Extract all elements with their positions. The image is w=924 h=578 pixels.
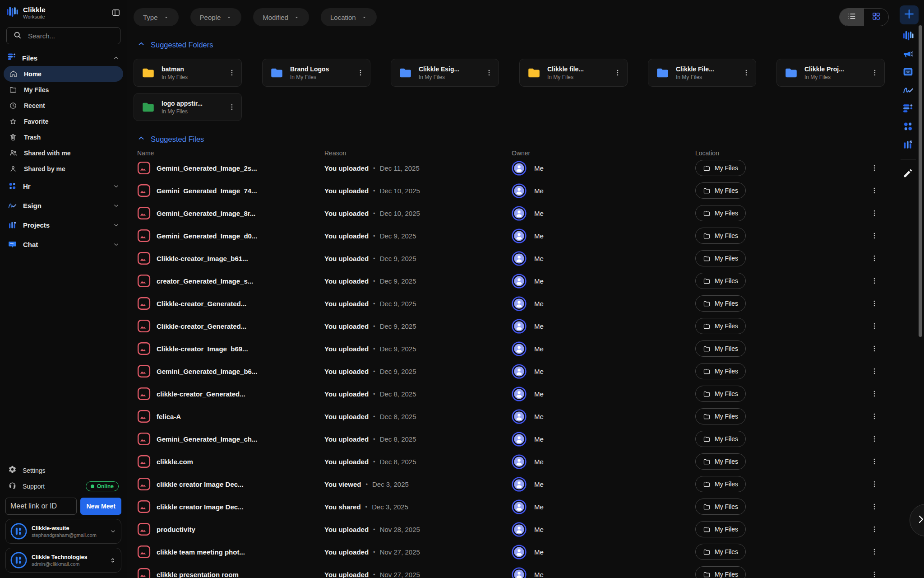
file-row[interactable]: Gemini_Generated_Image_d0...You uploaded…: [134, 224, 885, 247]
more-options-icon[interactable]: [864, 322, 885, 330]
file-row[interactable]: creator_Generated_Image_s...You uploaded…: [134, 270, 885, 292]
folder-card-clikkle-esig[interactable]: Clikkle Esig...In My Files: [391, 59, 499, 87]
folder-card-clikkle-file[interactable]: Clikkle File...In My Files: [648, 59, 756, 87]
more-options-icon[interactable]: [864, 345, 885, 353]
more-options-icon[interactable]: [228, 103, 236, 111]
search-input[interactable]: [28, 32, 114, 40]
file-row[interactable]: Gemini_Generated_Image_ch...You uploaded…: [134, 428, 885, 450]
more-options-icon[interactable]: [864, 480, 885, 488]
add-new-button[interactable]: [900, 5, 919, 24]
meet-link-input[interactable]: [5, 498, 77, 515]
file-row[interactable]: felica-AYou uploaded•Dec 8, 2025MeMy Fil…: [134, 405, 885, 428]
file-row[interactable]: clikkle-creator_Generated...You uploaded…: [134, 382, 885, 405]
file-row[interactable]: Clikkle-creator_Image_b69...You uploaded…: [134, 337, 885, 360]
scrollbar-thumb[interactable]: [919, 25, 922, 337]
more-options-icon[interactable]: [864, 209, 885, 217]
filter-chip-location[interactable]: Location: [321, 8, 377, 26]
suggested-folders-header[interactable]: Suggested Folders: [134, 40, 885, 50]
pencil-icon[interactable]: [903, 168, 913, 178]
more-options-icon[interactable]: [742, 69, 750, 77]
more-options-icon[interactable]: [864, 390, 885, 398]
sidebar-section-projects[interactable]: Projects: [0, 215, 127, 235]
file-row[interactable]: Clikkle-creator_Generated...You uploaded…: [134, 315, 885, 337]
folder-card-logo-appstir[interactable]: logo appstir...In My Files: [134, 93, 242, 121]
location-chip[interactable]: My Files: [695, 273, 746, 289]
files-icon[interactable]: [902, 103, 914, 114]
location-chip[interactable]: My Files: [695, 566, 746, 578]
location-chip[interactable]: My Files: [695, 544, 746, 560]
more-options-icon[interactable]: [864, 457, 885, 466]
location-chip[interactable]: My Files: [695, 295, 746, 312]
grid-view-button[interactable]: [864, 9, 888, 26]
more-options-icon[interactable]: [871, 69, 879, 77]
location-chip[interactable]: My Files: [695, 363, 746, 379]
chevron-up-icon[interactable]: [113, 55, 120, 61]
more-options-icon[interactable]: [864, 435, 885, 443]
location-chip[interactable]: My Files: [695, 318, 746, 334]
file-row[interactable]: clikkle creator Image Dec...You viewed•D…: [134, 473, 885, 495]
location-chip[interactable]: My Files: [695, 160, 746, 176]
sidebar-section-files[interactable]: Files: [0, 50, 127, 66]
more-options-icon[interactable]: [356, 69, 365, 77]
location-chip[interactable]: My Files: [695, 408, 746, 424]
sidebar-section-hr[interactable]: Hr: [0, 177, 127, 196]
suggested-files-header[interactable]: Suggested Files: [134, 134, 885, 144]
chevron-down-icon[interactable]: [113, 183, 120, 190]
more-options-icon[interactable]: [228, 69, 236, 77]
announcements-icon[interactable]: [902, 48, 914, 60]
more-options-icon[interactable]: [864, 232, 885, 240]
location-chip[interactable]: My Files: [695, 521, 746, 537]
chevron-down-icon[interactable]: [110, 528, 116, 535]
location-chip[interactable]: My Files: [695, 205, 746, 221]
projects-icon[interactable]: [902, 139, 914, 150]
more-options-icon[interactable]: [864, 367, 885, 375]
sidebar-item-shared-with-me[interactable]: Shared with me: [4, 145, 123, 161]
more-options-icon[interactable]: [864, 254, 885, 262]
sidebar-item-favorite[interactable]: Favorite: [4, 113, 123, 129]
folder-card-batman[interactable]: batmanIn My Files: [134, 59, 242, 87]
more-options-icon[interactable]: [864, 548, 885, 556]
more-options-icon[interactable]: [864, 570, 885, 578]
folder-card-clikkle-proj[interactable]: Clikkle Proj...In My Files: [776, 59, 885, 87]
file-row[interactable]: Gemini_Generated_Image_2s...You uploaded…: [134, 157, 885, 179]
list-view-button[interactable]: [840, 9, 864, 26]
sidebar-item-shared-by-me[interactable]: Shared by me: [4, 161, 123, 177]
location-chip[interactable]: My Files: [695, 453, 746, 470]
filter-chip-modified[interactable]: Modified: [253, 8, 309, 26]
more-options-icon[interactable]: [864, 412, 885, 420]
file-row[interactable]: clikkle.comYou uploaded•Dec 8, 2025MeMy …: [134, 450, 885, 473]
folder-card-clikkle-file[interactable]: Clikkle file...In My Files: [519, 59, 628, 87]
chevron-down-icon[interactable]: [113, 202, 120, 209]
clikkle-apps-icon[interactable]: [902, 30, 914, 42]
more-options-icon[interactable]: [864, 186, 885, 195]
more-options-icon[interactable]: [864, 503, 885, 511]
account-card-clikkle-wsuite[interactable]: Clikkle-wsuitestephandgraham@gmail.com: [5, 519, 121, 544]
file-row[interactable]: productivityYou uploaded•Nov 28, 2025MeM…: [134, 518, 885, 541]
location-chip[interactable]: My Files: [695, 499, 746, 515]
chevron-down-icon[interactable]: [113, 222, 120, 228]
folder-card-brand-logos[interactable]: Brand LogosIn My Files: [262, 59, 370, 87]
more-options-icon[interactable]: [864, 277, 885, 285]
filter-chip-type[interactable]: Type: [134, 8, 179, 26]
sidebar-item-support[interactable]: Support Online: [5, 478, 121, 494]
sidebar-item-my-files[interactable]: My Files: [4, 82, 123, 98]
sidebar-item-recent[interactable]: Recent: [4, 98, 123, 113]
location-chip[interactable]: My Files: [695, 431, 746, 447]
location-chip[interactable]: My Files: [695, 386, 746, 402]
file-row[interactable]: clikkle team meeting phot...You uploaded…: [134, 541, 885, 563]
more-options-icon[interactable]: [485, 69, 493, 77]
file-row[interactable]: clikkle presentation roomYou uploaded•No…: [134, 563, 885, 578]
location-chip[interactable]: My Files: [695, 228, 746, 244]
file-row[interactable]: Clikkle-creator_Image_b61...You uploaded…: [134, 247, 885, 270]
meet-display-icon[interactable]: [902, 66, 914, 78]
more-options-icon[interactable]: [864, 299, 885, 308]
hr-icon[interactable]: [902, 121, 914, 132]
sidebar-section-chat[interactable]: Chat: [0, 235, 127, 254]
more-options-icon[interactable]: [614, 69, 622, 77]
chevron-down-icon[interactable]: [113, 241, 120, 248]
file-row[interactable]: clikkle creator Image Dec...You shared•D…: [134, 495, 885, 518]
file-row[interactable]: Clikkle-creator_Generated...You uploaded…: [134, 292, 885, 315]
file-row[interactable]: Gemini_Generated_Image_74...You uploaded…: [134, 179, 885, 202]
more-options-icon[interactable]: [864, 525, 885, 533]
esign-icon[interactable]: [902, 84, 914, 96]
